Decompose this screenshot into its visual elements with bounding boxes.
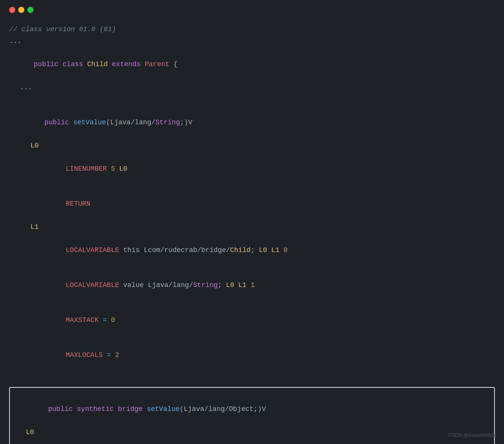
maxlocals-eq: =: [107, 351, 115, 359]
method2-desc-open: (Ljava/lang/Object;)V: [180, 405, 266, 413]
method1-signature: public setValue(Ljava/lang/String;)V: [9, 105, 495, 140]
ellipsis-2: ...: [9, 82, 495, 94]
localvar1-l1: L1: [271, 246, 283, 254]
method2-synthetic-kw: synthetic: [77, 405, 118, 413]
class-declaration: public class Child extends Parent {: [9, 47, 495, 82]
method1-desc-end: ;)V: [180, 119, 192, 126]
method2-bridge-kw: bridge: [118, 405, 147, 413]
class-name: Child: [87, 60, 112, 68]
localvar1-rest1: ;: [251, 246, 259, 254]
localvar1-l0: L0: [259, 246, 271, 254]
open-brace: {: [173, 60, 178, 68]
method1-localvar2: LOCALVARIABLE value Ljava/lang/String; L…: [9, 268, 495, 303]
method2-public-kw: public: [48, 405, 77, 413]
method2-name: setValue: [147, 405, 180, 413]
method2-l0: L0: [15, 427, 489, 438]
method1-l1: L1: [9, 221, 495, 233]
close-button[interactable]: [9, 7, 15, 13]
method1-maxstack: MAXSTACK = 0: [9, 303, 495, 338]
linenumber-label: L0: [119, 165, 127, 173]
localvar1-kw: LOCALVARIABLE: [66, 246, 123, 254]
minimize-button[interactable]: [18, 7, 24, 13]
watermark: CSDN @Insist940826: [448, 432, 496, 438]
maximize-button[interactable]: [27, 7, 33, 13]
code-display: // class version 61.0 (61) ... public cl…: [9, 24, 495, 444]
class-keyword: class: [62, 60, 87, 68]
method1-maxlocals: MAXLOCALS = 2: [9, 338, 495, 373]
comment-line: // class version 61.0 (61): [9, 24, 495, 35]
method2-linenumber: LINENUMBER 3 L0: [15, 438, 489, 444]
localvar2-kw: LOCALVARIABLE: [66, 281, 123, 289]
label-l0: L0: [30, 142, 39, 149]
localvar2-l1: L1: [238, 281, 251, 289]
method1-l0: L0: [9, 140, 495, 152]
m2-label-l0: L0: [26, 428, 34, 436]
maxstack-val: 0: [111, 316, 115, 324]
return-instr: RETURN: [66, 200, 91, 208]
method1-string-type: String: [155, 119, 180, 126]
label-l1: L1: [30, 223, 39, 231]
localvar1-0: 0: [283, 246, 288, 254]
parent-class-name: Parent: [145, 60, 173, 68]
public-keyword: public: [34, 60, 63, 68]
localvar2-string: String: [193, 281, 218, 289]
method1-public-kw: public: [45, 119, 73, 126]
method1-descriptor: (Ljava/lang/: [106, 119, 156, 126]
method1-name: setValue: [73, 119, 106, 126]
main-window: // class version 61.0 (61) ... public cl…: [0, 0, 504, 444]
traffic-lights: [9, 7, 495, 13]
localvar2-value: value Ljava/lang/: [123, 281, 193, 289]
localvar2-1: 1: [251, 281, 255, 289]
method2-signature: public synthetic bridge setValue(Ljava/l…: [15, 392, 489, 427]
method1-localvar1: LOCALVARIABLE this Lcom/rudecrab/bridge/…: [9, 233, 495, 268]
spacer-1: [9, 94, 495, 105]
linenumber-num: 5: [111, 165, 119, 173]
linenumber-instr: LINENUMBER: [66, 165, 111, 173]
maxlocals-kw: MAXLOCALS: [66, 351, 107, 359]
localvar1-child: Child: [230, 246, 251, 254]
localvar1-this: this Lcom/rudecrab/bridge/: [123, 246, 230, 254]
ellipsis-1: ...: [9, 35, 495, 47]
highlighted-method2: public synthetic bridge setValue(Ljava/l…: [9, 387, 495, 444]
extends-keyword: extends: [112, 60, 145, 68]
maxstack-eq: =: [103, 316, 111, 324]
maxlocals-val: 2: [115, 351, 119, 359]
maxstack-kw: MAXSTACK: [66, 316, 103, 324]
localvar2-l0: L0: [226, 281, 238, 289]
method1-return: RETURN: [9, 186, 495, 221]
localvar2-rest: ;: [218, 281, 226, 289]
method1-linenumber: LINENUMBER 5 L0: [9, 152, 495, 187]
spacer-2: [9, 373, 495, 384]
